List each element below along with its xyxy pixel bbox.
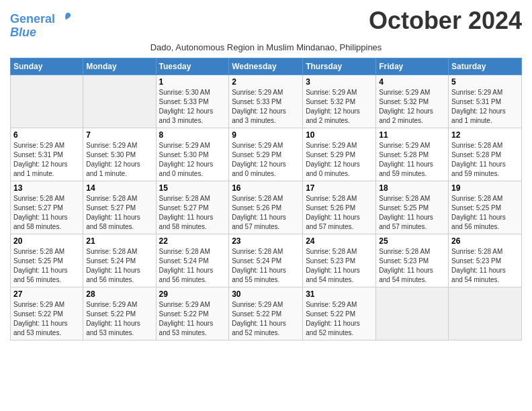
calendar-cell: 28Sunrise: 5:29 AMSunset: 5:22 PMDayligh… <box>83 287 156 340</box>
day-number: 28 <box>86 289 152 299</box>
day-number: 10 <box>306 130 373 140</box>
calendar-cell: 3Sunrise: 5:29 AMSunset: 5:32 PMDaylight… <box>303 75 376 128</box>
day-number: 3 <box>306 77 373 87</box>
calendar-cell: 10Sunrise: 5:29 AMSunset: 5:29 PMDayligh… <box>303 128 376 181</box>
calendar-cell: 31Sunrise: 5:29 AMSunset: 5:22 PMDayligh… <box>303 287 376 340</box>
day-number: 1 <box>159 77 226 87</box>
day-info: Sunrise: 5:29 AMSunset: 5:33 PMDaylight:… <box>232 88 300 126</box>
day-info: Sunrise: 5:29 AMSunset: 5:22 PMDaylight:… <box>159 300 226 338</box>
calendar-cell: 7Sunrise: 5:29 AMSunset: 5:30 PMDaylight… <box>83 128 156 181</box>
day-info: Sunrise: 5:28 AMSunset: 5:27 PMDaylight:… <box>86 194 152 232</box>
day-number: 22 <box>159 236 226 246</box>
day-info: Sunrise: 5:29 AMSunset: 5:32 PMDaylight:… <box>306 88 373 126</box>
day-number: 13 <box>13 183 80 193</box>
calendar-week-row: 27Sunrise: 5:29 AMSunset: 5:22 PMDayligh… <box>11 287 522 340</box>
day-info: Sunrise: 5:28 AMSunset: 5:27 PMDaylight:… <box>159 194 226 232</box>
day-number: 7 <box>86 130 152 140</box>
day-info: Sunrise: 5:29 AMSunset: 5:30 PMDaylight:… <box>159 141 226 179</box>
calendar-cell: 12Sunrise: 5:28 AMSunset: 5:28 PMDayligh… <box>449 128 522 181</box>
day-number: 19 <box>451 183 519 193</box>
day-number: 15 <box>159 183 226 193</box>
logo-bird-icon <box>60 11 72 23</box>
calendar-table: SundayMondayTuesdayWednesdayThursdayFrid… <box>10 58 522 340</box>
day-number: 24 <box>306 236 373 246</box>
day-number: 21 <box>86 236 152 246</box>
day-info: Sunrise: 5:29 AMSunset: 5:30 PMDaylight:… <box>86 141 152 179</box>
day-info: Sunrise: 5:29 AMSunset: 5:22 PMDaylight:… <box>86 300 152 338</box>
calendar-cell: 14Sunrise: 5:28 AMSunset: 5:27 PMDayligh… <box>83 181 156 234</box>
day-number: 11 <box>379 130 445 140</box>
day-info: Sunrise: 5:29 AMSunset: 5:22 PMDaylight:… <box>232 300 300 338</box>
calendar-week-row: 6Sunrise: 5:29 AMSunset: 5:31 PMDaylight… <box>11 128 522 181</box>
header-tuesday: Tuesday <box>156 58 229 75</box>
day-number: 9 <box>232 130 300 140</box>
calendar-cell <box>83 75 156 128</box>
day-info: Sunrise: 5:29 AMSunset: 5:22 PMDaylight:… <box>13 300 80 338</box>
header-sunday: Sunday <box>11 58 83 75</box>
month-title: October 2024 <box>369 7 522 35</box>
calendar-cell <box>11 75 83 128</box>
day-info: Sunrise: 5:28 AMSunset: 5:25 PMDaylight:… <box>451 194 519 232</box>
header-monday: Monday <box>83 58 156 75</box>
day-info: Sunrise: 5:29 AMSunset: 5:31 PMDaylight:… <box>13 141 80 179</box>
day-info: Sunrise: 5:28 AMSunset: 5:24 PMDaylight:… <box>86 247 152 285</box>
day-number: 31 <box>306 289 373 299</box>
header-wednesday: Wednesday <box>229 58 303 75</box>
calendar-cell: 1Sunrise: 5:30 AMSunset: 5:33 PMDaylight… <box>156 75 229 128</box>
day-info: Sunrise: 5:28 AMSunset: 5:23 PMDaylight:… <box>451 247 519 285</box>
calendar-cell: 5Sunrise: 5:29 AMSunset: 5:31 PMDaylight… <box>449 75 522 128</box>
logo-blue: Blue <box>10 26 36 39</box>
calendar-cell: 20Sunrise: 5:28 AMSunset: 5:25 PMDayligh… <box>11 234 83 287</box>
page-header: General Blue October 2024 <box>10 7 522 40</box>
calendar-cell: 25Sunrise: 5:28 AMSunset: 5:23 PMDayligh… <box>376 234 449 287</box>
day-info: Sunrise: 5:29 AMSunset: 5:31 PMDaylight:… <box>451 88 519 126</box>
day-info: Sunrise: 5:28 AMSunset: 5:25 PMDaylight:… <box>13 247 80 285</box>
day-info: Sunrise: 5:28 AMSunset: 5:23 PMDaylight:… <box>379 247 445 285</box>
calendar-cell: 13Sunrise: 5:28 AMSunset: 5:27 PMDayligh… <box>11 181 83 234</box>
calendar-cell: 16Sunrise: 5:28 AMSunset: 5:26 PMDayligh… <box>229 181 303 234</box>
calendar-cell: 26Sunrise: 5:28 AMSunset: 5:23 PMDayligh… <box>449 234 522 287</box>
calendar-cell: 19Sunrise: 5:28 AMSunset: 5:25 PMDayligh… <box>449 181 522 234</box>
day-number: 23 <box>232 236 300 246</box>
day-number: 25 <box>379 236 445 246</box>
calendar-cell: 2Sunrise: 5:29 AMSunset: 5:33 PMDaylight… <box>229 75 303 128</box>
header-friday: Friday <box>376 58 449 75</box>
calendar-cell: 23Sunrise: 5:28 AMSunset: 5:24 PMDayligh… <box>229 234 303 287</box>
day-info: Sunrise: 5:29 AMSunset: 5:22 PMDaylight:… <box>306 300 373 338</box>
day-number: 6 <box>13 130 80 140</box>
page-subtitle: Dado, Autonomous Region in Muslim Mindan… <box>10 42 522 52</box>
day-number: 30 <box>232 289 300 299</box>
day-info: Sunrise: 5:29 AMSunset: 5:28 PMDaylight:… <box>379 141 445 179</box>
day-info: Sunrise: 5:28 AMSunset: 5:26 PMDaylight:… <box>232 194 300 232</box>
calendar-cell: 9Sunrise: 5:29 AMSunset: 5:29 PMDaylight… <box>229 128 303 181</box>
day-info: Sunrise: 5:28 AMSunset: 5:26 PMDaylight:… <box>306 194 373 232</box>
day-number: 16 <box>232 183 300 193</box>
calendar-cell: 18Sunrise: 5:28 AMSunset: 5:25 PMDayligh… <box>376 181 449 234</box>
header-thursday: Thursday <box>303 58 376 75</box>
calendar-header-row: SundayMondayTuesdayWednesdayThursdayFrid… <box>11 58 522 75</box>
day-info: Sunrise: 5:29 AMSunset: 5:29 PMDaylight:… <box>232 141 300 179</box>
day-number: 20 <box>13 236 80 246</box>
calendar-cell: 27Sunrise: 5:29 AMSunset: 5:22 PMDayligh… <box>11 287 83 340</box>
day-info: Sunrise: 5:28 AMSunset: 5:24 PMDaylight:… <box>159 247 226 285</box>
calendar-cell: 6Sunrise: 5:29 AMSunset: 5:31 PMDaylight… <box>11 128 83 181</box>
day-info: Sunrise: 5:29 AMSunset: 5:32 PMDaylight:… <box>379 88 445 126</box>
calendar-cell: 15Sunrise: 5:28 AMSunset: 5:27 PMDayligh… <box>156 181 229 234</box>
day-info: Sunrise: 5:28 AMSunset: 5:23 PMDaylight:… <box>306 247 373 285</box>
day-number: 12 <box>451 130 519 140</box>
day-info: Sunrise: 5:28 AMSunset: 5:27 PMDaylight:… <box>13 194 80 232</box>
calendar-cell: 29Sunrise: 5:29 AMSunset: 5:22 PMDayligh… <box>156 287 229 340</box>
day-info: Sunrise: 5:30 AMSunset: 5:33 PMDaylight:… <box>159 88 226 126</box>
calendar-week-row: 20Sunrise: 5:28 AMSunset: 5:25 PMDayligh… <box>11 234 522 287</box>
calendar-week-row: 13Sunrise: 5:28 AMSunset: 5:27 PMDayligh… <box>11 181 522 234</box>
day-number: 5 <box>451 77 519 87</box>
calendar-cell: 8Sunrise: 5:29 AMSunset: 5:30 PMDaylight… <box>156 128 229 181</box>
day-number: 8 <box>159 130 226 140</box>
day-number: 4 <box>379 77 445 87</box>
day-number: 29 <box>159 289 226 299</box>
day-info: Sunrise: 5:28 AMSunset: 5:25 PMDaylight:… <box>379 194 445 232</box>
header-saturday: Saturday <box>449 58 522 75</box>
logo: General Blue <box>10 11 72 40</box>
calendar-week-row: 1Sunrise: 5:30 AMSunset: 5:33 PMDaylight… <box>11 75 522 128</box>
day-number: 17 <box>306 183 373 193</box>
